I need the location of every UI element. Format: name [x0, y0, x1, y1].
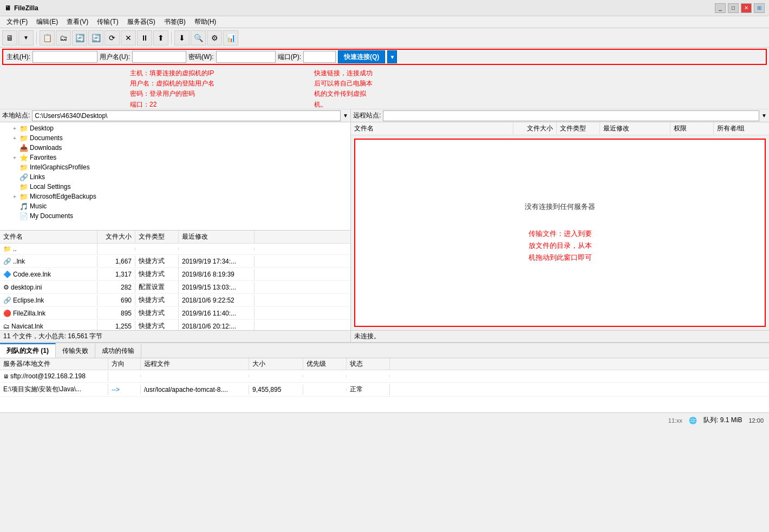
- menu-transfer[interactable]: 传输(T): [93, 16, 122, 28]
- col-header-name[interactable]: 文件名: [0, 231, 97, 243]
- toolbar-btn2[interactable]: 🗂: [56, 30, 71, 45]
- local-status-bar: 11 个文件，大小总共: 16,561 字节: [0, 330, 350, 342]
- transfer-priority2: [303, 389, 347, 391]
- tree-item-label: Desktop: [30, 124, 54, 132]
- pass-input[interactable]: [216, 51, 276, 63]
- local-status-text: 11 个文件，大小总共: 16,561 字节: [3, 332, 102, 341]
- toolbar-btn5[interactable]: ⟳: [105, 30, 120, 45]
- tree-item-downloads[interactable]: 📥 Downloads: [0, 143, 350, 153]
- menu-edit[interactable]: 编辑(E): [32, 16, 62, 28]
- menu-file[interactable]: 文件(F): [2, 16, 32, 28]
- not-connected-area: 没有连接到任何服务器 传输文件：进入到要 放文件的目录，从本 机拖动到此窗口即可: [354, 139, 766, 327]
- transfer-priority1: [303, 375, 347, 377]
- port-input[interactable]: [303, 51, 336, 63]
- host-input[interactable]: [32, 51, 97, 63]
- app-title: FileZilla: [14, 4, 38, 12]
- queue-label: 队列: 9.1 MiB: [703, 416, 742, 425]
- local-site-dropdown-icon[interactable]: ▼: [343, 113, 348, 119]
- col-header-date[interactable]: 最近修改: [179, 231, 255, 243]
- tree-item-mydocs[interactable]: 📄 My Documents: [0, 211, 350, 221]
- links-icon: 🔗: [19, 173, 28, 181]
- hint-line3: 机拖动到此窗口即可: [529, 252, 592, 264]
- table-row[interactable]: 🔴FileZilla.lnk 895 快捷方式 2019/9/16 11:40:…: [0, 307, 350, 320]
- toolbar-open-manager[interactable]: 🖥: [2, 30, 17, 45]
- tree-item-favorites[interactable]: + ⭐ Favorites: [0, 153, 350, 162]
- remote-site-path[interactable]: [383, 110, 759, 121]
- toolbar-btn8[interactable]: ⬆: [153, 30, 168, 45]
- menu-view[interactable]: 查看(V): [62, 16, 93, 28]
- folder-icon: 📁: [19, 124, 28, 133]
- menubar: 文件(F) 编辑(E) 查看(V) 传输(T) 服务器(S) 书签(B) 帮助(…: [0, 16, 769, 28]
- toolbar-btn9[interactable]: ⬇: [174, 30, 190, 45]
- remote-col-date[interactable]: 最近修改: [600, 122, 670, 135]
- toolbar-btn11[interactable]: ⚙: [207, 30, 222, 45]
- tree-item-music[interactable]: 🎵 Music: [0, 201, 350, 211]
- local-site-path[interactable]: [32, 110, 341, 121]
- tab-success[interactable]: 成功的传输: [95, 343, 141, 358]
- tree-item-label: Music: [30, 202, 47, 210]
- connect-button[interactable]: 快速连接(Q): [338, 50, 385, 63]
- list-item[interactable]: 🖥 sftp://root@192.168.2.198: [0, 370, 769, 383]
- remote-site-dropdown-icon[interactable]: ▼: [761, 113, 767, 119]
- col-header-type[interactable]: 文件类型: [135, 231, 179, 243]
- menu-bookmark[interactable]: 书签(B): [160, 16, 190, 28]
- music-icon: 🎵: [19, 202, 28, 211]
- transfer-remote1: [141, 375, 249, 377]
- transfer-size2: 9,455,895: [249, 385, 303, 395]
- remote-col-owner[interactable]: 所有者/组: [714, 122, 757, 135]
- table-row[interactable]: 🔷Code.exe.lnk 1,317 快捷方式 2019/8/16 8:19:…: [0, 268, 350, 281]
- maximize-button[interactable]: □: [728, 3, 739, 13]
- close-button[interactable]: ✕: [741, 3, 752, 13]
- transfer-size1: [249, 375, 303, 377]
- tree-item-documents[interactable]: + 📁 Documents: [0, 133, 350, 143]
- transfer-col-priority: 优先级: [303, 358, 347, 370]
- annot-line1: 主机：填要连接的虚拟机的IP: [130, 68, 214, 78]
- remote-col-size[interactable]: 文件大小: [513, 122, 557, 135]
- menu-server[interactable]: 服务器(S): [123, 16, 160, 28]
- toolbar-cancel[interactable]: ✕: [121, 30, 136, 45]
- tab-queued[interactable]: 列队的文件 (1): [0, 343, 56, 358]
- table-row[interactable]: 📁..: [0, 244, 350, 255]
- remote-col-name[interactable]: 文件名: [351, 122, 513, 135]
- quickconnect-bar: 主机(H): 用户名(U): 密码(W): 端口(P): 快速连接(Q) ▼: [2, 49, 767, 65]
- table-row[interactable]: 🔗..lnk 1,667 快捷方式 2019/9/19 17:34:...: [0, 255, 350, 268]
- minimize-button[interactable]: _: [715, 3, 726, 13]
- tree-item-links[interactable]: 🔗 Links: [0, 172, 350, 182]
- connect-dropdown-button[interactable]: ▼: [387, 50, 397, 63]
- filezilla-icon: 🔴: [3, 310, 11, 317]
- tree-expand-icon: [13, 145, 19, 151]
- toolbar-btn7[interactable]: ⏸: [137, 30, 152, 45]
- pass-label: 密码(W):: [188, 52, 214, 62]
- network-icon: 🌐: [689, 417, 697, 424]
- titlebar: 🖥 FileZilla _ □ ✕ ⊞: [0, 0, 769, 16]
- tree-item-desktop[interactable]: + 📁 Desktop: [0, 123, 350, 133]
- remote-col-perm[interactable]: 权限: [670, 122, 714, 135]
- tree-item-intel[interactable]: 📁 IntelGraphicsProfiles: [0, 162, 350, 172]
- table-row[interactable]: 🗂Navicat.lnk 1,255 快捷方式 2018/10/6 20:12:…: [0, 320, 350, 330]
- toolbar-btn3[interactable]: 🔄: [72, 30, 87, 45]
- tree-item-localsettings[interactable]: 📁 Local Settings: [0, 182, 350, 192]
- toolbar-btn4[interactable]: 🔄: [88, 30, 103, 45]
- col-header-size[interactable]: 文件大小: [97, 231, 135, 243]
- toolbar-btn1[interactable]: 📋: [40, 30, 55, 45]
- code-icon: 🔷: [3, 271, 11, 278]
- toolbar-logs[interactable]: 📊: [223, 30, 238, 45]
- table-row[interactable]: ⚙desktop.ini 282 配置设置 2019/9/15 13:03:..…: [0, 281, 350, 294]
- tree-item-msedge[interactable]: + 📁 MicrosoftEdgeBackups: [0, 192, 350, 201]
- table-row[interactable]: 🔗Eclipse.lnk 690 快捷方式 2018/10/6 9:22:52: [0, 294, 350, 307]
- file-list-header: 文件名 文件大小 文件类型 最近修改: [0, 231, 350, 244]
- user-label: 用户名(U):: [100, 52, 130, 62]
- user-input[interactable]: [132, 51, 186, 63]
- toolbar-search[interactable]: 🔍: [191, 30, 206, 45]
- tree-expand-icon: +: [13, 126, 19, 132]
- titlebar-controls: _ □ ✕ ⊞: [715, 3, 765, 13]
- toolbar-sep1: [36, 31, 37, 44]
- tree-item-label: MicrosoftEdgeBackups: [30, 193, 96, 200]
- folder-icon: 📁: [19, 163, 28, 172]
- extra-button[interactable]: ⊞: [754, 3, 765, 13]
- menu-help[interactable]: 帮助(H): [190, 16, 221, 28]
- toolbar-dropdown[interactable]: ▼: [18, 30, 34, 45]
- tab-failed[interactable]: 传输失败: [56, 343, 95, 358]
- remote-col-type[interactable]: 文件类型: [557, 122, 600, 135]
- list-item[interactable]: E:\项目实施\安装包\Java\... --> /usr/local/apac…: [0, 383, 769, 397]
